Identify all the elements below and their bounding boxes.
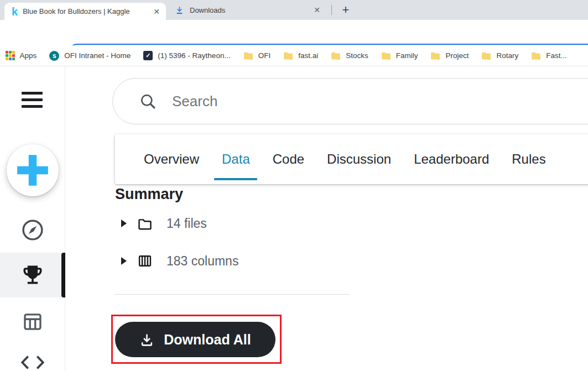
bookmark-folder-family[interactable]: Family	[381, 51, 418, 60]
columns-icon	[137, 254, 153, 268]
bookmark-label: Stocks	[346, 51, 368, 60]
bookmark-label: (1) 5396 - Raytheon...	[158, 51, 230, 60]
folder-icon	[531, 51, 541, 60]
kaggle-main-content: Overview Data Code Discussion Leaderboar…	[66, 66, 588, 371]
close-icon[interactable]: ✕	[152, 7, 162, 17]
sidebar-item-competitions[interactable]	[0, 253, 65, 297]
close-icon[interactable]: ✕	[312, 5, 322, 15]
summary-columns-row[interactable]: 183 columns	[121, 251, 238, 271]
download-arrow-icon	[175, 6, 184, 15]
search-icon	[139, 92, 157, 111]
apps-grid-icon	[6, 51, 15, 60]
sidebar-item-code-icon[interactable]	[20, 355, 45, 370]
kaggle-sidebar	[0, 66, 65, 371]
bookmarks-bar: Apps s OFI Intranet - Home ✓ (1) 5396 - …	[0, 45, 588, 66]
tab-separator	[331, 5, 332, 15]
sidebar-item-datasets-table-icon[interactable]	[21, 310, 44, 333]
download-icon	[139, 332, 154, 347]
browser-tab-kaggle[interactable]: k Blue Book for Bulldozers | Kaggle ✕	[4, 3, 166, 20]
browser-window: k Blue Book for Bulldozers | Kaggle ✕ Do…	[0, 0, 588, 371]
search-input[interactable]	[172, 93, 588, 110]
browser-tab-downloads[interactable]: Downloads ✕	[169, 0, 325, 20]
plus-icon	[14, 152, 51, 189]
bookmark-label: Apps	[20, 51, 37, 60]
bookmark-folder-fast[interactable]: Fast...	[531, 51, 567, 60]
tab-title: Downloads	[190, 6, 306, 14]
bookmark-label: Project	[445, 51, 469, 60]
bookmark-label: Family	[396, 51, 418, 60]
kaggle-favicon-icon: k	[12, 6, 18, 17]
create-button[interactable]	[7, 144, 59, 196]
tab-overview[interactable]: Overview	[144, 134, 199, 184]
bookmark-label: Rotary	[496, 51, 518, 60]
trophy-icon	[20, 263, 45, 287]
bookmark-folder-ofi[interactable]: OFI	[243, 51, 271, 60]
folder-icon	[381, 51, 391, 60]
bookmark-ofi-intranet[interactable]: s OFI Intranet - Home	[49, 51, 131, 61]
bookmark-label: OFI	[258, 51, 271, 60]
sidebar-item-home-compass-icon[interactable]	[20, 218, 45, 242]
tab-leaderboard[interactable]: Leaderboard	[414, 134, 489, 184]
folder-icon	[331, 51, 341, 60]
tab-rules[interactable]: Rules	[512, 134, 545, 184]
active-tab-underline	[214, 178, 257, 180]
tab-title: Blue Book for Bulldozers | Kaggle	[23, 7, 147, 15]
expand-caret-icon[interactable]	[121, 220, 127, 227]
section-divider	[115, 294, 350, 295]
download-all-label: Download All	[164, 332, 251, 348]
download-all-button[interactable]: Download All	[115, 322, 275, 357]
kaggle-search-bar[interactable]	[112, 78, 588, 124]
folder-outline-icon	[137, 216, 153, 231]
files-count-label: 14 files	[166, 216, 207, 231]
bookmark-apps[interactable]: Apps	[6, 51, 37, 60]
tab-code[interactable]: Code	[273, 134, 304, 184]
folder-icon	[243, 51, 253, 60]
summary-heading: Summary	[115, 186, 183, 203]
bookmark-folder-stocks[interactable]: Stocks	[331, 51, 368, 60]
kaggle-page: Overview Data Code Discussion Leaderboar…	[0, 66, 588, 371]
browser-tab-strip: k Blue Book for Bulldozers | Kaggle ✕ Do…	[0, 0, 588, 20]
browser-toolbar: kaggle.com/competitions/bluebook-for-bul…	[0, 20, 588, 45]
folder-icon	[283, 51, 293, 60]
active-nav-indicator	[61, 253, 65, 297]
bookmark-label: Fast...	[546, 51, 567, 60]
new-tab-button[interactable]: +	[338, 2, 353, 18]
tab-discussion[interactable]: Discussion	[327, 134, 391, 184]
bookmark-label: OFI Intranet - Home	[64, 51, 131, 60]
checkmark-icon: ✓	[143, 51, 153, 60]
bookmark-raytheon[interactable]: ✓ (1) 5396 - Raytheon...	[143, 51, 230, 60]
hamburger-menu-icon[interactable]	[22, 92, 43, 112]
bookmark-folder-project[interactable]: Project	[430, 51, 469, 60]
competition-nav-tabs: Overview Data Code Discussion Leaderboar…	[115, 134, 588, 184]
expand-caret-icon[interactable]	[121, 257, 127, 265]
bookmark-folder-fastai[interactable]: fast.ai	[283, 51, 318, 60]
bookmark-label: fast.ai	[298, 51, 318, 60]
sharepoint-icon: s	[49, 51, 59, 61]
summary-files-row[interactable]: 14 files	[121, 213, 207, 233]
columns-count-label: 183 columns	[166, 254, 238, 269]
tab-data[interactable]: Data	[222, 134, 250, 184]
folder-icon	[430, 51, 440, 60]
folder-icon	[481, 51, 491, 60]
bookmark-folder-rotary[interactable]: Rotary	[481, 51, 518, 60]
